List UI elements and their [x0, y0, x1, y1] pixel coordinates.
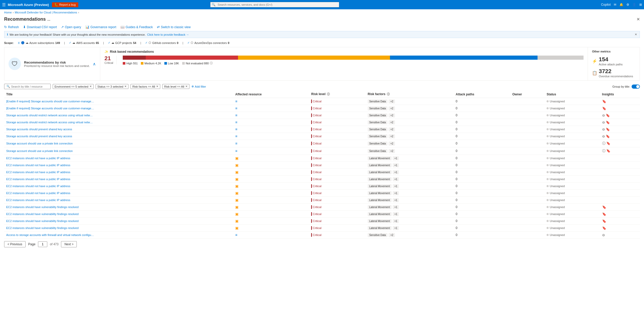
risk-factor-chip[interactable]: Lateral Movement — [368, 177, 392, 181]
bookmark-icon[interactable]: 🔖 — [606, 134, 610, 138]
recommendation-title-link[interactable]: EC2 instances should have vulnerability … — [6, 219, 94, 223]
risk-factor-chip[interactable]: Lateral Movement — [368, 184, 392, 188]
col-risk-level[interactable]: Risk level ⓘ — [309, 91, 365, 98]
risk-factors-chip[interactable]: Risk factors == All ✕ — [131, 84, 160, 89]
risk-factor-plus-chip[interactable]: +2 — [389, 106, 395, 110]
scope-github[interactable]: ✓ ⬡ GitHub connectors 0 — [145, 41, 178, 44]
hamburger-icon[interactable]: ☰ — [2, 2, 6, 7]
environment-chip-close[interactable]: ✕ — [89, 85, 92, 88]
risk-factor-chip[interactable]: Lateral Movement — [368, 205, 392, 209]
col-title[interactable]: Title — [4, 91, 233, 98]
col-attack-paths[interactable]: Attack paths — [454, 91, 510, 98]
group-by-toggle[interactable] — [632, 85, 640, 89]
risk-factor-chip[interactable]: Lateral Movement — [368, 163, 392, 167]
risk-factor-chip[interactable]: Sensitive Data — [368, 134, 387, 138]
risk-level-chip[interactable]: Risk level == All ✕ — [162, 84, 189, 89]
risk-factor-chip[interactable]: Lateral Movement — [368, 170, 392, 174]
risk-factor-plus-chip[interactable]: +2 — [389, 120, 395, 124]
risk-factor-plus-chip[interactable]: +1 — [393, 163, 399, 167]
title-resource-search-input[interactable] — [11, 85, 48, 88]
status-chip-close[interactable]: ✕ — [124, 85, 127, 88]
risk-factor-chip[interactable]: Lateral Movement — [368, 191, 392, 195]
bookmark-icon[interactable]: 🔖 — [602, 226, 606, 230]
governance-report-button[interactable]: 📊 Governance report — [85, 25, 116, 29]
guides-button[interactable]: 📖 Guides & Feedback — [120, 25, 153, 29]
bookmark-icon[interactable]: 🔖 — [606, 149, 610, 153]
next-button[interactable]: Next > — [61, 241, 77, 247]
switch-classic-button[interactable]: ⇄ Switch to classic view — [157, 25, 190, 29]
risk-factor-plus-chip[interactable]: +2 — [389, 127, 395, 131]
risk-factor-plus-chip[interactable]: +1 — [393, 170, 399, 174]
download-csv-button[interactable]: ⬇ Download CSV report — [23, 25, 57, 29]
risk-factor-chip[interactable]: Sensitive Data — [368, 100, 387, 103]
col-insights[interactable]: Insights — [600, 91, 640, 98]
bookmark-icon[interactable]: 🔖 — [606, 127, 610, 131]
bookmark-icon[interactable]: 🔖 — [606, 120, 610, 124]
risk-factor-plus-chip[interactable]: +2 — [389, 142, 395, 146]
risk-factor-plus-chip[interactable]: +1 — [393, 212, 399, 216]
col-risk-factors[interactable]: Risk factors ⓘ — [366, 91, 454, 98]
risk-factor-chip[interactable]: Lateral Movement — [368, 212, 392, 216]
risk-factor-plus-chip[interactable]: +2 — [389, 233, 395, 237]
bookmark-icon[interactable]: 🔖 — [602, 205, 606, 209]
info-banner-close[interactable]: ✕ — [635, 33, 637, 36]
col-status[interactable]: Status — [545, 91, 600, 98]
recommendation-title-link[interactable]: EC2 instances should not have a public I… — [6, 157, 94, 160]
scope-azure[interactable]: ⧖ 🔵 ☁ Azure subscriptions 149 — [18, 41, 60, 44]
risk-factor-chip[interactable]: Sensitive Data — [368, 233, 387, 237]
risk-level-chip-close[interactable]: ✕ — [185, 85, 188, 88]
risk-factor-plus-chip[interactable]: +2 — [389, 149, 395, 153]
scope-aws[interactable]: ✓ ☁ AWS accounts 65 — [69, 41, 99, 44]
risk-factor-chip[interactable]: Sensitive Data — [368, 106, 387, 110]
risk-factor-plus-chip[interactable]: +2 — [389, 134, 395, 138]
recommendation-title-link[interactable]: EC2 instances should not have a public I… — [6, 185, 94, 188]
risk-factor-plus-chip[interactable]: +1 — [393, 184, 399, 188]
add-filter-button[interactable]: ⊕ Add filter — [191, 85, 206, 88]
bookmark-icon[interactable]: 🔖 — [602, 106, 606, 110]
user-icon[interactable]: 👤 — [632, 3, 636, 6]
page-number-input[interactable] — [38, 241, 47, 247]
bookmark-icon[interactable]: 🔖 — [602, 212, 606, 216]
refresh-button[interactable]: ↻ Refresh — [4, 25, 19, 29]
status-chip[interactable]: Status == 3 selected ✕ — [96, 84, 128, 89]
recommendation-title-link[interactable]: Storage account should use a private lin… — [6, 149, 94, 152]
recommendation-title-link[interactable]: Storage accounts should restrict network… — [6, 114, 94, 117]
recommendation-title-link[interactable]: EC2 instances should not have a public I… — [6, 171, 94, 174]
risk-factor-plus-chip[interactable]: +1 — [393, 198, 399, 202]
open-query-button[interactable]: ↗ Open query — [61, 25, 81, 29]
risk-factor-chip[interactable]: Sensitive Data — [368, 113, 387, 117]
bookmark-icon[interactable]: 🔖 — [602, 100, 606, 103]
recommendation-title-link[interactable]: Access to storage accounts with firewall… — [6, 233, 94, 236]
recommendation-title-link[interactable]: [Enable if required] Storage accounts sh… — [6, 100, 94, 103]
risk-factor-plus-chip[interactable]: +2 — [389, 113, 395, 117]
recommendation-title-link[interactable]: [Enable if required] Storage accounts sh… — [6, 107, 94, 110]
bookmark-icon[interactable]: 🔖 — [602, 219, 606, 223]
info-banner-link[interactable]: Click here to provide feedback → — [147, 33, 189, 36]
risk-factor-chip[interactable]: Lateral Movement — [368, 156, 392, 160]
bookmark-icon[interactable]: 🔖 — [606, 113, 610, 117]
col-owner[interactable]: Owner — [510, 91, 545, 98]
risk-factor-plus-chip[interactable]: +1 — [393, 191, 399, 195]
recommendation-title-link[interactable]: Storage account should use a private lin… — [6, 142, 94, 145]
scope-azuredevops[interactable]: ✓ ⬡ AzureDevOps connectors 0 — [187, 41, 229, 44]
bookmark-icon[interactable]: 🔖 — [606, 141, 610, 145]
recommendation-title-link[interactable]: EC2 instances should have vulnerability … — [6, 205, 94, 209]
recommendation-title-link[interactable]: Storage accounts should prevent shared k… — [6, 128, 94, 131]
risk-factors-chip-close[interactable]: ✕ — [156, 85, 158, 88]
breadcrumb-home[interactable]: Home — [4, 11, 12, 14]
recommendation-title-link[interactable]: EC2 instances should not have a public I… — [6, 178, 94, 181]
copilot-button[interactable]: Copilot — [601, 3, 611, 6]
recommendation-title-link[interactable]: EC2 instances should not have a public I… — [6, 164, 94, 167]
risk-factor-chip[interactable]: Lateral Movement — [368, 219, 392, 223]
risk-factor-chip[interactable]: Sensitive Data — [368, 120, 387, 124]
previous-button[interactable]: < Previous — [4, 241, 26, 247]
email-icon[interactable]: ✉ — [614, 3, 616, 6]
risk-panel-collapse[interactable]: ∧ — [93, 62, 96, 66]
scope-gcp[interactable]: ✓ ☁ GCP projects 54 — [108, 41, 136, 44]
breadcrumb-defender[interactable]: Microsoft Defender for Cloud | Recommend… — [15, 11, 77, 14]
environment-chip[interactable]: Environment == 5 selected ✕ — [53, 84, 94, 89]
risk-factor-chip[interactable]: Lateral Movement — [368, 226, 392, 230]
risk-factor-plus-chip[interactable]: +1 — [393, 226, 399, 230]
recommendation-title-link[interactable]: EC2 instances should not have a public I… — [6, 198, 94, 202]
risk-factor-plus-chip[interactable]: +1 — [393, 156, 399, 160]
